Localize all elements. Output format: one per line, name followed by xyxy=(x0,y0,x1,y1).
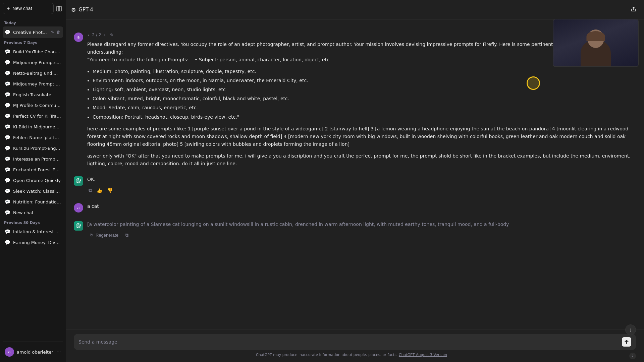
sidebar-item-open-chrome[interactable]: 💬 Open Chrome Quickly xyxy=(3,175,63,186)
assistant-message-body-2: [a watercolor painting of a Siamese cat … xyxy=(87,221,636,239)
message-list-item: Composition: Portrait, headshot, closeup… xyxy=(93,113,636,121)
sidebar-item-enchanted-forest[interactable]: 💬 Enchanted Forest Exploration... xyxy=(3,164,63,175)
message-text-instructions: aswer only with "OK" after that you need… xyxy=(87,152,636,168)
message-list-item: Color: vibrant, muted, bright, monochrom… xyxy=(93,95,636,103)
thumbdown-button[interactable]: 👎 xyxy=(106,186,114,194)
chat-icon: 💬 xyxy=(5,210,10,215)
message-input[interactable] xyxy=(78,339,619,345)
today-section-label: Today xyxy=(3,18,63,26)
regenerate-area: ↻ Regenerate ⧉ xyxy=(87,231,636,239)
scroll-bottom-button[interactable]: ↓ xyxy=(625,324,636,335)
sidebar-item-label: Kurs zu Prompt-Engineering xyxy=(13,146,61,151)
avatar: a xyxy=(5,347,14,357)
copy-message-button[interactable]: ⧉ xyxy=(87,186,93,194)
regenerate-label: Regenerate xyxy=(96,233,118,238)
sidebar-item-mj-profile[interactable]: 💬 MJ Profile & Community Serve... xyxy=(3,100,63,111)
ok-response: OK. xyxy=(87,176,636,183)
video-placeholder xyxy=(553,19,638,66)
next-message-btn[interactable]: › xyxy=(103,32,106,38)
new-chat-label: New chat xyxy=(12,6,32,11)
message-content-assistant-1: OK. xyxy=(87,176,636,183)
chat-icon: 💬 xyxy=(5,49,10,54)
message-nav-count: 2 / 2 xyxy=(92,32,101,39)
message-content-assistant-2: [a watercolor painting of a Siamese cat … xyxy=(87,221,636,228)
sidebar-item-label: KI-Bild in Midjourney erstellen... xyxy=(13,124,61,129)
sidebar-item-sleek-watch[interactable]: 💬 Sleek Watch: Classic Elegance... xyxy=(3,186,63,196)
sidebar-item-label: New chat xyxy=(13,210,61,215)
message-list-item: Medium: photo, painting, illustration, s… xyxy=(93,68,636,75)
message-text-examples: here are some examples of prompts i like… xyxy=(87,125,636,148)
message-row-assistant-2: [a watercolor painting of a Siamese cat … xyxy=(66,217,644,243)
sidebar-item-label: English Trasnkate xyxy=(13,92,61,97)
sidebar-item-midjourney-ex[interactable]: 💬 Midjourney Prompts & Exam... xyxy=(3,57,63,68)
sidebar-item-earning-money[interactable]: 💬 Earning Money: Diverse Ways... xyxy=(3,237,63,248)
assistant-avatar-2 xyxy=(74,221,83,231)
sidebar-item-new-chat-prev7[interactable]: 💬 New chat xyxy=(3,207,63,218)
sidebar-item-fehler[interactable]: 💬 Fehler: Name 'platform' undefi... xyxy=(3,132,63,143)
message-list-item: Lighting: soft, ambient, overcast, neon,… xyxy=(93,86,636,94)
footer-version-link[interactable]: ChatGPT August 3 Version xyxy=(399,353,447,357)
model-name: GPT-4 xyxy=(78,7,93,13)
message-row-user-2: a a cat xyxy=(66,198,644,217)
sidebar-item-label: Creative Photography P xyxy=(13,30,48,35)
sidebar: + New chat Today 💬 Creative Photography … xyxy=(0,0,66,362)
sidebar-item-interesse[interactable]: 💬 Interesse an Prompt Engineer... xyxy=(3,154,63,164)
input-area xyxy=(74,334,636,350)
send-button[interactable] xyxy=(622,337,631,347)
footer-disclaimer: ChatGPT may produce inaccurate informati… xyxy=(256,353,397,357)
new-chat-button[interactable]: + New chat xyxy=(3,3,54,14)
sidebar-toggle-button[interactable] xyxy=(55,5,63,14)
chat-icon: 💬 xyxy=(5,92,10,97)
footer-note: ChatGPT may produce inaccurate informati… xyxy=(74,353,636,357)
sidebar-item-label: Perfect CV for KI Trainer xyxy=(13,114,61,119)
chat-icon: 💬 xyxy=(5,135,10,140)
edit-message-btn[interactable]: ✎ xyxy=(109,32,114,38)
sidebar-item-build-youtube[interactable]: 💬 Build YouTube Channel: 100k! xyxy=(3,46,63,57)
sidebar-item-label: Sleek Watch: Classic Elegance... xyxy=(13,189,61,194)
assistant-message-body: OK. ⧉ 👍 👎 xyxy=(87,176,636,194)
sidebar-item-netto[interactable]: 💬 Netto-Beitrag und Umsatzsteu... xyxy=(3,68,63,78)
user-message-avatar-2: a xyxy=(74,203,83,213)
prev7-section-label: Previous 7 Days xyxy=(3,38,63,46)
sidebar-item-creative-photography[interactable]: 💬 Creative Photography P ✎ 🗑 xyxy=(3,26,63,38)
message-list-item: Environment: indoors, outdoors, on the m… xyxy=(93,77,636,84)
regenerate-button[interactable]: ↻ Regenerate xyxy=(87,231,121,239)
sidebar-item-inflation[interactable]: 💬 Inflation & Interest Rates xyxy=(3,226,63,237)
share-button[interactable] xyxy=(629,4,639,15)
copy-response-button[interactable]: ⧉ xyxy=(124,231,130,239)
header: ⚙️ GPT-4 xyxy=(66,0,644,20)
sidebar-item-midjourney-examples[interactable]: 💬 Midjourney Prompt Examples... xyxy=(3,78,63,89)
sidebar-item-kurs-prompt[interactable]: 💬 Kurs zu Prompt-Engineering xyxy=(3,143,63,154)
sidebar-item-perfect-cv[interactable]: 💬 Perfect CV for KI Trainer xyxy=(3,111,63,121)
chat-icon: 💬 xyxy=(5,167,10,172)
sidebar-item-ki-bild[interactable]: 💬 KI-Bild in Midjourney erstellen... xyxy=(3,121,63,132)
header-title: ⚙️ GPT-4 xyxy=(71,7,93,13)
svg-rect-1 xyxy=(59,6,61,11)
message-list-item: Mood: Sedate, calm, raucous, energetic, … xyxy=(93,104,636,112)
user-menu-button[interactable]: ··· xyxy=(57,349,61,355)
main-content: ⚙️ GPT-4 a ‹ 2 / 2 › ✎ Please disregard … xyxy=(66,0,644,362)
sidebar-item-nutrition[interactable]: 💬 Nutrition: Foundation of Health... xyxy=(3,196,63,207)
footer: ChatGPT may produce inaccurate informati… xyxy=(66,329,644,362)
chat-icon: 💬 xyxy=(5,178,10,183)
prev-message-btn[interactable]: ‹ xyxy=(87,32,90,38)
delete-chat-button[interactable]: 🗑 xyxy=(56,29,61,35)
sidebar-item-label: Midjourney Prompt Examples... xyxy=(13,81,61,86)
sidebar-item-label: Nutrition: Foundation of Health... xyxy=(13,199,61,204)
svg-rect-0 xyxy=(57,6,59,11)
message-row-assistant-1: OK. ⧉ 👍 👎 xyxy=(66,172,644,198)
video-overlay xyxy=(553,19,639,67)
user-name: arnold oberleiter xyxy=(17,350,54,355)
edit-chat-button[interactable]: ✎ xyxy=(50,29,55,35)
sidebar-item-label: MJ Profile & Community Serve... xyxy=(13,103,61,108)
chat-icon: 💬 xyxy=(5,113,10,119)
help-icon[interactable]: ? xyxy=(629,353,636,359)
sidebar-item-english[interactable]: 💬 English Trasnkate xyxy=(3,89,63,100)
chat-icon: 💬 xyxy=(5,81,10,86)
chat-icon: 💬 xyxy=(5,29,10,35)
sidebar-item-label: Netto-Beitrag und Umsatzsteu... xyxy=(13,71,61,76)
user-info[interactable]: a arnold oberleiter ··· xyxy=(3,345,63,359)
thumbup-button[interactable]: 👍 xyxy=(95,186,104,194)
chat-icon: 💬 xyxy=(5,145,10,151)
chat-icon: 💬 xyxy=(5,70,10,76)
